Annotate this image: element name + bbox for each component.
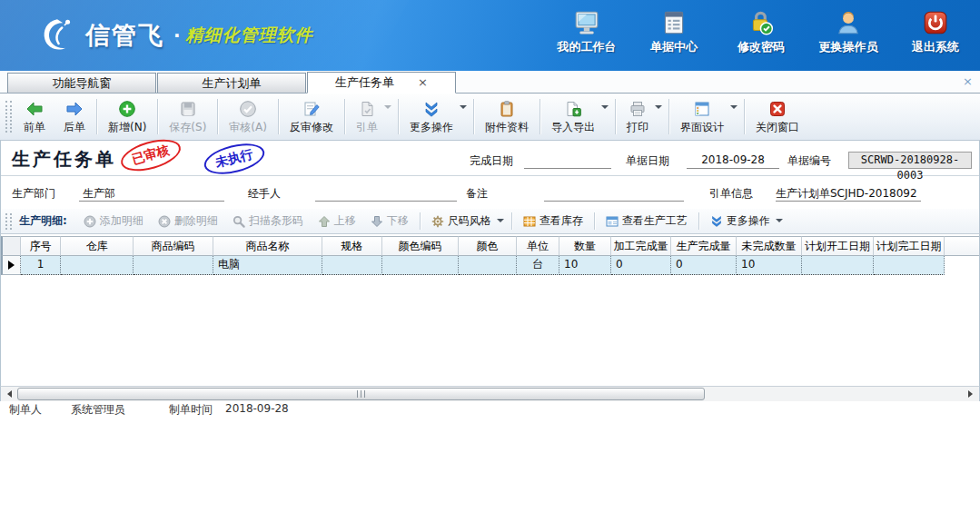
- current-row-marker-icon: [8, 261, 19, 270]
- column-header[interactable]: 加工完成量: [611, 236, 671, 256]
- document-center-button[interactable]: 单据中心: [642, 9, 706, 55]
- save-button[interactable]: 保存(S): [160, 94, 215, 140]
- scan-barcode-button[interactable]: 扫描条形码: [225, 211, 311, 231]
- dropdown-arrow-icon: [776, 219, 783, 226]
- my-workbench-button[interactable]: 我的工作台: [555, 9, 619, 55]
- dropdown-arrow-icon: [655, 105, 662, 113]
- detail-section-label: 生产明细:: [19, 213, 67, 229]
- next-bill-button[interactable]: 后单: [54, 94, 94, 140]
- cell-produced[interactable]: 0: [671, 256, 737, 275]
- switch-operator-button[interactable]: 更换操作员: [817, 9, 880, 55]
- remark-field[interactable]: [544, 186, 684, 202]
- department-field[interactable]: 生产部: [79, 186, 224, 202]
- audit-button[interactable]: 审核(A): [220, 94, 276, 140]
- cell-quantity[interactable]: 10: [559, 256, 611, 275]
- column-header[interactable]: 生产完成量: [671, 236, 737, 256]
- column-header[interactable]: 商品编码: [134, 236, 213, 256]
- down-arrow-icon: [371, 215, 383, 228]
- scroll-left-button[interactable]: [1, 387, 16, 401]
- check-circle-icon: [239, 100, 257, 118]
- bill-date-field[interactable]: 2018-09-28: [687, 153, 779, 169]
- exit-system-power-icon: [922, 9, 949, 36]
- pull-bill-button[interactable]: 引单: [347, 94, 396, 140]
- column-header[interactable]: 序号: [21, 236, 61, 256]
- scroll-left-arrow-icon: [4, 390, 12, 398]
- ref-info-field[interactable]: 生产计划单SCJHD-2018092: [776, 186, 921, 202]
- scrollbar-thumb[interactable]: [17, 388, 705, 400]
- table-row[interactable]: 1 电脑 台 10 0 0 10: [1, 256, 979, 275]
- column-header[interactable]: 仓库: [61, 236, 134, 256]
- scroll-right-button[interactable]: [964, 387, 979, 401]
- double-chevron-down-icon: [422, 100, 441, 118]
- toolbar-drag-handle[interactable]: [5, 101, 12, 133]
- horizontal-scrollbar[interactable]: [0, 386, 980, 401]
- column-header[interactable]: 颜色编码: [382, 236, 459, 256]
- column-header[interactable]: 规格: [322, 236, 382, 256]
- up-arrow-icon: [318, 215, 331, 228]
- tab-close-icon[interactable]: ×: [418, 78, 428, 87]
- view-inventory-button[interactable]: 查看库存: [516, 211, 590, 231]
- column-header[interactable]: 计划开工日期: [802, 236, 874, 256]
- column-header[interactable]: 商品名称: [213, 236, 322, 256]
- column-header[interactable]: 颜色: [459, 236, 517, 256]
- brand-separator: ·: [173, 25, 181, 46]
- add-detail-button[interactable]: 添加明细: [76, 211, 151, 231]
- tab-production-task[interactable]: 生产任务单 ×: [307, 72, 456, 94]
- detail-more-actions-button[interactable]: 更多操作: [703, 211, 787, 231]
- import-export-button[interactable]: 导入导出: [542, 94, 613, 140]
- bill-no-field[interactable]: SCRWD-20180928-0003: [848, 152, 972, 169]
- detail-toolbar-drag-handle[interactable]: [5, 213, 12, 230]
- cell-unfinished[interactable]: 10: [737, 256, 802, 275]
- cell-seq[interactable]: 1: [21, 256, 61, 275]
- finish-date-field[interactable]: [524, 153, 611, 169]
- cell-processed[interactable]: 0: [611, 256, 671, 275]
- view-process-button[interactable]: 查看生产工艺: [599, 211, 695, 231]
- tab-function-navigator[interactable]: 功能导航窗: [7, 73, 156, 93]
- add-new-button[interactable]: 新增(N): [99, 94, 155, 140]
- arrow-right-icon: [65, 100, 84, 118]
- cell-color-code[interactable]: [382, 256, 459, 275]
- toolbar-separator: [615, 99, 616, 134]
- form-divider: [1, 175, 979, 176]
- prev-bill-button[interactable]: 前单: [15, 94, 54, 140]
- exit-system-button[interactable]: 退出系统: [904, 9, 967, 55]
- maker-label: 制单人: [9, 402, 42, 418]
- detail-separator: [594, 212, 595, 230]
- handler-label: 经手人: [248, 186, 281, 202]
- change-password-button[interactable]: 修改密码: [729, 9, 793, 55]
- cell-unit[interactable]: 台: [517, 256, 559, 275]
- move-down-button[interactable]: 下移: [363, 211, 416, 231]
- brand-logo-icon: [38, 16, 76, 54]
- reverse-audit-button[interactable]: 反审修改: [281, 94, 342, 140]
- cell-plan-start[interactable]: [802, 256, 874, 275]
- attachments-button[interactable]: 附件资料: [476, 94, 538, 140]
- scroll-right-arrow-icon: [968, 390, 976, 398]
- tab-production-plan[interactable]: 生产计划单: [157, 73, 306, 93]
- size-style-button[interactable]: 尺码风格: [424, 211, 508, 231]
- delete-detail-button[interactable]: 删除明细: [151, 211, 225, 231]
- column-header[interactable]: 单位: [517, 236, 559, 256]
- tabstrip-close-icon[interactable]: ×: [963, 74, 973, 88]
- cell-spec[interactable]: [322, 256, 382, 275]
- row-selector-cell[interactable]: [1, 256, 21, 275]
- column-header[interactable]: 计划完工日期: [874, 236, 945, 256]
- status-strip: 制单人 系统管理员 制单时间 2018-09-28: [0, 401, 980, 512]
- move-up-button[interactable]: 上移: [311, 211, 363, 231]
- cell-product-code[interactable]: [134, 256, 213, 275]
- cell-color[interactable]: [459, 256, 517, 275]
- ui-design-button[interactable]: 界面设计: [671, 94, 742, 140]
- more-actions-button[interactable]: 更多操作: [401, 94, 471, 140]
- column-header[interactable]: 未完成数量: [737, 236, 802, 256]
- cell-warehouse[interactable]: [61, 256, 134, 275]
- change-password-lock-icon: [747, 9, 775, 36]
- print-button[interactable]: 打印: [618, 94, 667, 140]
- inventory-grid-icon: [523, 215, 536, 228]
- close-window-button[interactable]: 关闭窗口: [747, 94, 808, 140]
- cell-plan-finish[interactable]: [874, 256, 945, 275]
- column-header[interactable]: 数量: [559, 236, 611, 256]
- toolbar-separator: [668, 99, 669, 134]
- cell-product-name[interactable]: 电脑: [213, 256, 322, 275]
- grid-header-row: 序号 仓库 商品编码 商品名称 规格 颜色编码 颜色 单位 数量 加工完成量 生…: [1, 236, 979, 256]
- document-icon: [358, 100, 376, 118]
- handler-field[interactable]: [315, 186, 457, 202]
